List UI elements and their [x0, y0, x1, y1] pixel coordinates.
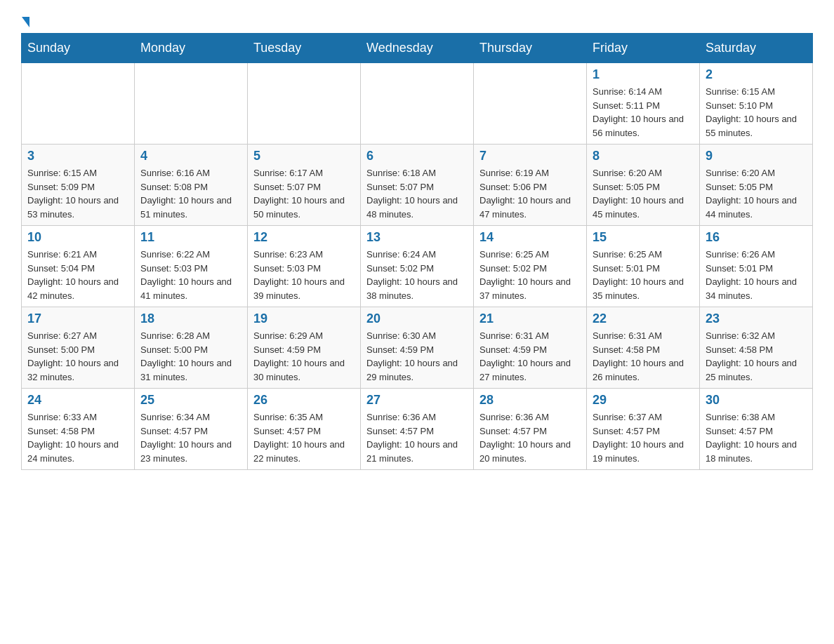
- calendar-cell: 16Sunrise: 6:26 AMSunset: 5:01 PMDayligh…: [700, 226, 813, 307]
- week-row-5: 24Sunrise: 6:33 AMSunset: 4:58 PMDayligh…: [22, 389, 813, 470]
- day-number: 3: [27, 149, 128, 163]
- day-info: Sunrise: 6:15 AMSunset: 5:09 PMDaylight:…: [27, 166, 128, 221]
- day-number: 28: [479, 393, 581, 408]
- day-number: 22: [593, 311, 694, 326]
- day-info: Sunrise: 6:19 AMSunset: 5:06 PMDaylight:…: [479, 166, 581, 221]
- day-info: Sunrise: 6:20 AMSunset: 5:05 PMDaylight:…: [706, 166, 807, 221]
- calendar-cell: [135, 63, 248, 145]
- calendar-cell: 3Sunrise: 6:15 AMSunset: 5:09 PMDaylight…: [22, 145, 135, 226]
- day-info: Sunrise: 6:33 AMSunset: 4:58 PMDaylight:…: [27, 410, 128, 465]
- day-number: 16: [706, 230, 807, 245]
- day-info: Sunrise: 6:32 AMSunset: 4:58 PMDaylight:…: [706, 329, 807, 384]
- calendar-cell: 8Sunrise: 6:20 AMSunset: 5:05 PMDaylight…: [587, 145, 700, 226]
- day-info: Sunrise: 6:34 AMSunset: 4:57 PMDaylight:…: [140, 410, 241, 465]
- day-number: 10: [27, 230, 128, 245]
- calendar-cell: 29Sunrise: 6:37 AMSunset: 4:57 PMDayligh…: [587, 389, 700, 470]
- page-header: [21, 14, 813, 26]
- calendar-cell: 27Sunrise: 6:36 AMSunset: 4:57 PMDayligh…: [361, 389, 474, 470]
- calendar-cell: 28Sunrise: 6:36 AMSunset: 4:57 PMDayligh…: [474, 389, 587, 470]
- calendar-cell: [248, 63, 361, 145]
- day-info: Sunrise: 6:35 AMSunset: 4:57 PMDaylight:…: [253, 410, 355, 465]
- day-number: 21: [479, 311, 581, 326]
- week-row-1: 1Sunrise: 6:14 AMSunset: 5:11 PMDaylight…: [22, 63, 813, 145]
- week-row-4: 17Sunrise: 6:27 AMSunset: 5:00 PMDayligh…: [22, 307, 813, 389]
- day-number: 8: [593, 149, 694, 163]
- day-number: 2: [706, 67, 807, 82]
- day-info: Sunrise: 6:25 AMSunset: 5:01 PMDaylight:…: [593, 248, 694, 302]
- calendar-cell: 13Sunrise: 6:24 AMSunset: 5:02 PMDayligh…: [361, 226, 474, 307]
- day-number: 11: [140, 230, 241, 245]
- weekday-header-saturday: Saturday: [700, 34, 813, 63]
- calendar-cell: 21Sunrise: 6:31 AMSunset: 4:59 PMDayligh…: [474, 307, 587, 389]
- calendar-cell: 11Sunrise: 6:22 AMSunset: 5:03 PMDayligh…: [135, 226, 248, 307]
- day-info: Sunrise: 6:26 AMSunset: 5:01 PMDaylight:…: [706, 248, 807, 302]
- calendar-cell: 10Sunrise: 6:21 AMSunset: 5:04 PMDayligh…: [22, 226, 135, 307]
- day-info: Sunrise: 6:31 AMSunset: 4:58 PMDaylight:…: [593, 329, 694, 384]
- calendar-cell: 14Sunrise: 6:25 AMSunset: 5:02 PMDayligh…: [474, 226, 587, 307]
- calendar-cell: 23Sunrise: 6:32 AMSunset: 4:58 PMDayligh…: [700, 307, 813, 389]
- week-row-2: 3Sunrise: 6:15 AMSunset: 5:09 PMDaylight…: [22, 145, 813, 226]
- day-info: Sunrise: 6:30 AMSunset: 4:59 PMDaylight:…: [366, 329, 468, 384]
- calendar-cell: 19Sunrise: 6:29 AMSunset: 4:59 PMDayligh…: [248, 307, 361, 389]
- calendar-cell: 7Sunrise: 6:19 AMSunset: 5:06 PMDaylight…: [474, 145, 587, 226]
- day-number: 4: [140, 149, 241, 163]
- logo: [21, 14, 29, 26]
- day-number: 29: [593, 393, 694, 408]
- day-number: 9: [706, 149, 807, 163]
- weekday-header-monday: Monday: [135, 34, 248, 63]
- calendar-cell: 30Sunrise: 6:38 AMSunset: 4:57 PMDayligh…: [700, 389, 813, 470]
- day-info: Sunrise: 6:27 AMSunset: 5:00 PMDaylight:…: [27, 329, 128, 384]
- calendar-cell: 15Sunrise: 6:25 AMSunset: 5:01 PMDayligh…: [587, 226, 700, 307]
- weekday-header-wednesday: Wednesday: [361, 34, 474, 63]
- calendar-cell: 26Sunrise: 6:35 AMSunset: 4:57 PMDayligh…: [248, 389, 361, 470]
- day-info: Sunrise: 6:18 AMSunset: 5:07 PMDaylight:…: [366, 166, 468, 221]
- day-info: Sunrise: 6:24 AMSunset: 5:02 PMDaylight:…: [366, 248, 468, 302]
- calendar-cell: 20Sunrise: 6:30 AMSunset: 4:59 PMDayligh…: [361, 307, 474, 389]
- day-number: 30: [706, 393, 807, 408]
- day-info: Sunrise: 6:21 AMSunset: 5:04 PMDaylight:…: [27, 248, 128, 302]
- day-info: Sunrise: 6:36 AMSunset: 4:57 PMDaylight:…: [479, 410, 581, 465]
- week-row-3: 10Sunrise: 6:21 AMSunset: 5:04 PMDayligh…: [22, 226, 813, 307]
- calendar-cell: 24Sunrise: 6:33 AMSunset: 4:58 PMDayligh…: [22, 389, 135, 470]
- day-number: 1: [593, 67, 694, 82]
- day-number: 6: [366, 149, 468, 163]
- weekday-header-tuesday: Tuesday: [248, 34, 361, 63]
- day-number: 20: [366, 311, 468, 326]
- calendar-cell: 4Sunrise: 6:16 AMSunset: 5:08 PMDaylight…: [135, 145, 248, 226]
- weekday-header-thursday: Thursday: [474, 34, 587, 63]
- day-info: Sunrise: 6:28 AMSunset: 5:00 PMDaylight:…: [140, 329, 241, 384]
- calendar-cell: 25Sunrise: 6:34 AMSunset: 4:57 PMDayligh…: [135, 389, 248, 470]
- calendar-cell: 1Sunrise: 6:14 AMSunset: 5:11 PMDaylight…: [587, 63, 700, 145]
- day-info: Sunrise: 6:29 AMSunset: 4:59 PMDaylight:…: [253, 329, 355, 384]
- day-info: Sunrise: 6:38 AMSunset: 4:57 PMDaylight:…: [706, 410, 807, 465]
- calendar-cell: 18Sunrise: 6:28 AMSunset: 5:00 PMDayligh…: [135, 307, 248, 389]
- day-info: Sunrise: 6:37 AMSunset: 4:57 PMDaylight:…: [593, 410, 694, 465]
- weekday-header-friday: Friday: [587, 34, 700, 63]
- day-info: Sunrise: 6:15 AMSunset: 5:10 PMDaylight:…: [706, 85, 807, 140]
- day-info: Sunrise: 6:31 AMSunset: 4:59 PMDaylight:…: [479, 329, 581, 384]
- calendar-cell: 9Sunrise: 6:20 AMSunset: 5:05 PMDaylight…: [700, 145, 813, 226]
- calendar-cell: 17Sunrise: 6:27 AMSunset: 5:00 PMDayligh…: [22, 307, 135, 389]
- calendar-cell: [361, 63, 474, 145]
- calendar-cell: 2Sunrise: 6:15 AMSunset: 5:10 PMDaylight…: [700, 63, 813, 145]
- day-info: Sunrise: 6:17 AMSunset: 5:07 PMDaylight:…: [253, 166, 355, 221]
- day-number: 23: [706, 311, 807, 326]
- day-info: Sunrise: 6:25 AMSunset: 5:02 PMDaylight:…: [479, 248, 581, 302]
- calendar-cell: 22Sunrise: 6:31 AMSunset: 4:58 PMDayligh…: [587, 307, 700, 389]
- weekday-header-sunday: Sunday: [22, 34, 135, 63]
- calendar-cell: 12Sunrise: 6:23 AMSunset: 5:03 PMDayligh…: [248, 226, 361, 307]
- calendar-cell: 6Sunrise: 6:18 AMSunset: 5:07 PMDaylight…: [361, 145, 474, 226]
- day-number: 13: [366, 230, 468, 245]
- day-number: 14: [479, 230, 581, 245]
- day-info: Sunrise: 6:36 AMSunset: 4:57 PMDaylight:…: [366, 410, 468, 465]
- calendar-cell: 5Sunrise: 6:17 AMSunset: 5:07 PMDaylight…: [248, 145, 361, 226]
- logo-arrow-icon: [22, 17, 29, 27]
- calendar-cell: [22, 63, 135, 145]
- day-number: 25: [140, 393, 241, 408]
- day-number: 15: [593, 230, 694, 245]
- day-info: Sunrise: 6:16 AMSunset: 5:08 PMDaylight:…: [140, 166, 241, 221]
- day-number: 5: [253, 149, 355, 163]
- day-number: 18: [140, 311, 241, 326]
- day-number: 17: [27, 311, 128, 326]
- day-number: 7: [479, 149, 581, 163]
